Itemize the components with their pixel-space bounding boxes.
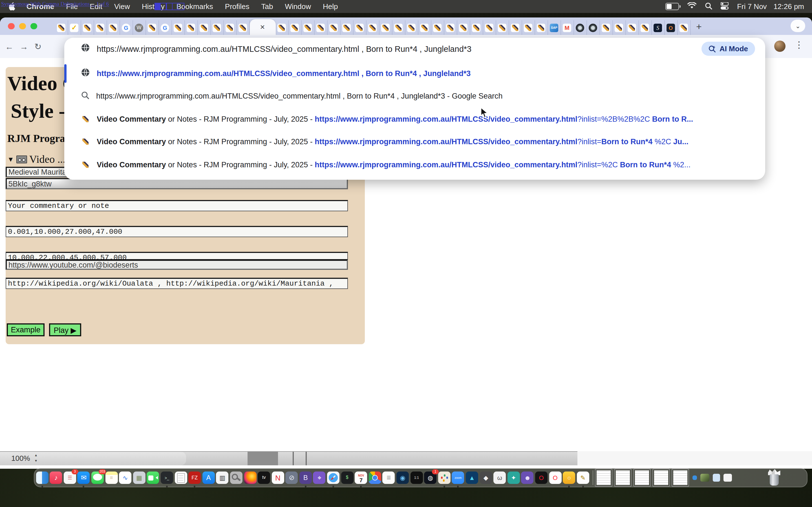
menu-item-profiles[interactable]: Profiles xyxy=(225,2,250,11)
new-tab-button[interactable]: + xyxy=(696,22,702,32)
notes-icon[interactable]: ≡ xyxy=(105,471,117,484)
tab[interactable] xyxy=(405,20,418,35)
start-times-textarea[interactable]: 0.001,10.000,27.000,47.000 xyxy=(6,226,348,237)
zoom-window-button[interactable] xyxy=(31,23,37,29)
tab[interactable] xyxy=(107,20,120,35)
tab[interactable] xyxy=(639,20,652,35)
messages-icon[interactable]: 203 xyxy=(91,471,104,484)
tab[interactable] xyxy=(392,20,405,35)
terminal2-icon[interactable]: $ xyxy=(341,471,353,484)
tab[interactable] xyxy=(522,20,535,35)
tab[interactable] xyxy=(509,20,522,35)
tab[interactable] xyxy=(600,20,613,35)
tab[interactable] xyxy=(379,20,392,35)
suggestion-row[interactable]: Video Commentary or Notes - RJM Programm… xyxy=(64,153,765,176)
tab[interactable] xyxy=(133,20,146,35)
inkscape-icon[interactable]: ◆ xyxy=(479,471,492,484)
control-center-icon[interactable] xyxy=(721,2,728,11)
teal-app-icon[interactable]: ✦ xyxy=(507,471,520,484)
video-details-summary[interactable]: ▼ Video ... xyxy=(7,153,65,166)
tab[interactable] xyxy=(223,20,237,35)
back-button[interactable]: ← xyxy=(5,42,13,51)
filezilla-icon[interactable]: FZ xyxy=(188,471,201,484)
palette-icon[interactable] xyxy=(438,471,451,484)
suggestion-row[interactable]: https://www.rjmprogramming.com.au/HTMLCS… xyxy=(64,85,765,108)
tab[interactable] xyxy=(431,20,444,35)
finder-icon[interactable] xyxy=(36,471,48,484)
suggestion-row[interactable]: Video Commentary or Notes - RJM Programm… xyxy=(64,108,765,130)
tab[interactable] xyxy=(172,20,185,35)
commentary-textarea[interactable]: Your commentary or note xyxy=(6,200,348,211)
profile-avatar[interactable] xyxy=(774,41,785,52)
grapher-icon[interactable]: ∿ xyxy=(119,471,132,484)
music-icon[interactable]: ♪ xyxy=(50,471,62,484)
tab[interactable] xyxy=(198,20,211,35)
tab[interactable] xyxy=(366,20,379,35)
tab[interactable] xyxy=(665,20,677,35)
pin-app-icon[interactable]: ⌖ xyxy=(313,471,326,484)
preview-icon[interactable] xyxy=(174,471,187,484)
launchpad-icon[interactable]: ▦ xyxy=(133,471,146,484)
tab[interactable] xyxy=(68,20,81,35)
mini-blue-doc-icon[interactable] xyxy=(713,474,720,482)
close-tab-icon[interactable]: ✕ xyxy=(260,23,265,31)
device-keypad-icon[interactable]: ▥ xyxy=(216,471,229,484)
tab[interactable] xyxy=(211,20,223,35)
tab[interactable] xyxy=(626,20,639,35)
opera-icon[interactable]: O xyxy=(549,471,561,484)
tab[interactable] xyxy=(301,20,314,35)
tab[interactable] xyxy=(496,20,509,35)
forward-button[interactable]: → xyxy=(20,42,28,51)
reload-button[interactable]: ↻ xyxy=(35,42,42,51)
menu-item-window[interactable]: Window xyxy=(285,2,311,11)
chrome-icon[interactable] xyxy=(369,471,381,484)
minimized-window-thumbnail[interactable] xyxy=(614,469,631,487)
tab[interactable] xyxy=(613,20,626,35)
news-icon[interactable]: N xyxy=(271,471,284,484)
tab[interactable] xyxy=(327,20,340,35)
gimp-icon[interactable]: ω xyxy=(493,471,506,484)
facetime-icon[interactable] xyxy=(147,471,159,484)
tab[interactable] xyxy=(535,20,548,35)
tab[interactable] xyxy=(444,20,457,35)
browser-menu-icon[interactable]: ⋮ xyxy=(795,40,804,50)
yellow-app-icon[interactable]: ○ xyxy=(563,471,575,484)
minimized-window-thumbnail[interactable] xyxy=(633,469,651,487)
tab-search-chevron-button[interactable]: ⌄ xyxy=(791,20,805,32)
app-store-icon[interactable]: A xyxy=(202,471,214,484)
purple-app-icon[interactable]: ☻ xyxy=(521,471,534,484)
menu-item-tab[interactable]: Tab xyxy=(261,2,273,11)
tab[interactable] xyxy=(340,20,353,35)
tab[interactable] xyxy=(457,20,470,35)
tab[interactable] xyxy=(548,20,561,35)
tab[interactable] xyxy=(470,20,483,35)
menu-bar-date[interactable]: Fri 7 Nov xyxy=(737,2,767,11)
calendar-icon[interactable]: NOV7 xyxy=(355,471,367,484)
bbedit-icon[interactable]: B xyxy=(299,471,312,484)
scrollbar-thumb[interactable] xyxy=(248,452,278,465)
mail-icon[interactable]: ✉ xyxy=(78,471,90,484)
tab[interactable] xyxy=(159,20,172,35)
tab[interactable] xyxy=(289,20,301,35)
links-textarea[interactable]: http://wikipedia.org/wiki/Oualata , http… xyxy=(6,277,348,289)
tab[interactable] xyxy=(314,20,327,35)
firefox-icon[interactable] xyxy=(244,471,256,484)
tab[interactable] xyxy=(677,20,691,35)
ai-mode-button[interactable]: AI Mode xyxy=(702,42,755,56)
menu-item-help[interactable]: Help xyxy=(323,2,338,11)
opera-dark-icon[interactable]: O xyxy=(535,471,548,484)
minimized-window-thumbnail[interactable] xyxy=(672,469,689,487)
trash-icon[interactable] xyxy=(767,470,781,485)
wifi-icon[interactable] xyxy=(688,2,696,11)
minimized-window-thumbnail[interactable] xyxy=(595,469,612,487)
tab[interactable] xyxy=(94,20,107,35)
tab[interactable] xyxy=(237,20,250,35)
menu-item-view[interactable]: View xyxy=(114,2,130,11)
no-sign-icon[interactable]: ⊘ xyxy=(286,471,298,484)
zoom-stepper[interactable]: ▴▾ xyxy=(35,452,37,464)
play-button[interactable]: Play ▶ xyxy=(49,323,81,336)
pages-icon[interactable]: ≣ xyxy=(383,471,395,484)
reminders-icon[interactable]: ☰3 xyxy=(64,471,76,484)
prism-icon[interactable]: ▲ xyxy=(466,471,478,484)
zoom-icon[interactable]: zoom xyxy=(452,471,464,484)
